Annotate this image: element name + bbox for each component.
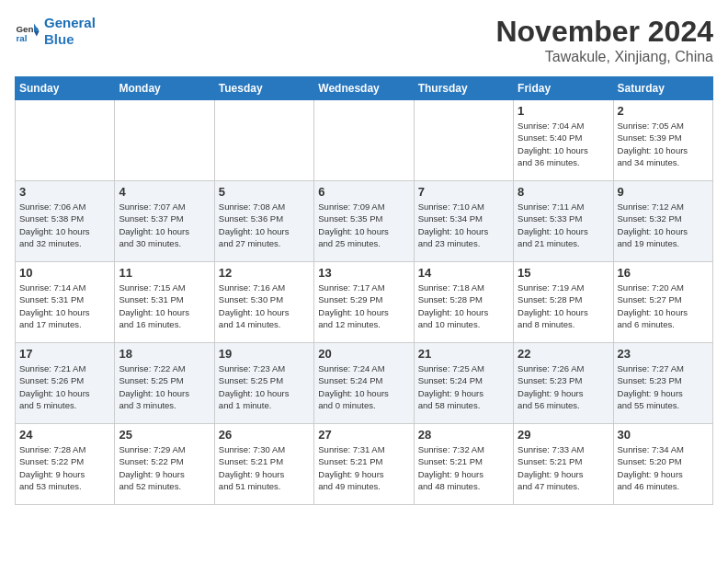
day-number: 20 bbox=[318, 347, 409, 361]
calendar-week-5: 24Sunrise: 7:28 AM Sunset: 5:22 PM Dayli… bbox=[16, 424, 713, 505]
calendar-cell: 29Sunrise: 7:33 AM Sunset: 5:21 PM Dayli… bbox=[514, 424, 613, 505]
day-number: 7 bbox=[418, 185, 509, 199]
day-info: Sunrise: 7:12 AM Sunset: 5:32 PM Dayligh… bbox=[618, 201, 709, 249]
day-info: Sunrise: 7:04 AM Sunset: 5:40 PM Dayligh… bbox=[518, 120, 609, 168]
calendar-cell: 20Sunrise: 7:24 AM Sunset: 5:24 PM Dayli… bbox=[314, 343, 414, 424]
calendar-cell: 15Sunrise: 7:19 AM Sunset: 5:28 PM Dayli… bbox=[514, 262, 613, 343]
calendar-week-4: 17Sunrise: 7:21 AM Sunset: 5:26 PM Dayli… bbox=[16, 343, 713, 424]
calendar-cell: 24Sunrise: 7:28 AM Sunset: 5:22 PM Dayli… bbox=[16, 424, 115, 505]
calendar-week-1: 1Sunrise: 7:04 AM Sunset: 5:40 PM Daylig… bbox=[16, 100, 713, 181]
day-info: Sunrise: 7:32 AM Sunset: 5:21 PM Dayligh… bbox=[418, 443, 509, 492]
day-number: 9 bbox=[618, 185, 709, 199]
calendar-header-saturday: Saturday bbox=[613, 77, 712, 100]
day-number: 28 bbox=[418, 428, 509, 442]
day-info: Sunrise: 7:25 AM Sunset: 5:24 PM Dayligh… bbox=[418, 362, 509, 411]
day-number: 26 bbox=[219, 428, 310, 442]
day-info: Sunrise: 7:09 AM Sunset: 5:35 PM Dayligh… bbox=[318, 201, 409, 249]
calendar-cell: 25Sunrise: 7:29 AM Sunset: 5:22 PM Dayli… bbox=[115, 424, 214, 505]
day-number: 24 bbox=[19, 428, 110, 442]
calendar-cell: 9Sunrise: 7:12 AM Sunset: 5:32 PM Daylig… bbox=[613, 181, 712, 262]
day-number: 6 bbox=[318, 185, 409, 199]
calendar-cell: 18Sunrise: 7:22 AM Sunset: 5:25 PM Dayli… bbox=[115, 343, 214, 424]
calendar-cell: 6Sunrise: 7:09 AM Sunset: 5:35 PM Daylig… bbox=[314, 181, 414, 262]
calendar-week-3: 10Sunrise: 7:14 AM Sunset: 5:31 PM Dayli… bbox=[16, 262, 713, 343]
day-info: Sunrise: 7:21 AM Sunset: 5:26 PM Dayligh… bbox=[19, 362, 110, 411]
calendar-cell bbox=[414, 100, 513, 181]
calendar-cell: 17Sunrise: 7:21 AM Sunset: 5:26 PM Dayli… bbox=[16, 343, 115, 424]
calendar-cell: 27Sunrise: 7:31 AM Sunset: 5:21 PM Dayli… bbox=[314, 424, 414, 505]
calendar-cell: 11Sunrise: 7:15 AM Sunset: 5:31 PM Dayli… bbox=[115, 262, 214, 343]
calendar-header-friday: Friday bbox=[514, 77, 613, 100]
calendar-table: SundayMondayTuesdayWednesdayThursdayFrid… bbox=[15, 76, 713, 505]
day-number: 3 bbox=[19, 185, 110, 199]
day-number: 4 bbox=[119, 185, 210, 199]
day-number: 18 bbox=[119, 347, 210, 361]
calendar-cell: 12Sunrise: 7:16 AM Sunset: 5:30 PM Dayli… bbox=[214, 262, 313, 343]
calendar-cell: 1Sunrise: 7:04 AM Sunset: 5:40 PM Daylig… bbox=[514, 100, 613, 181]
calendar-cell: 10Sunrise: 7:14 AM Sunset: 5:31 PM Dayli… bbox=[16, 262, 115, 343]
calendar-cell: 13Sunrise: 7:17 AM Sunset: 5:29 PM Dayli… bbox=[314, 262, 414, 343]
calendar-cell: 28Sunrise: 7:32 AM Sunset: 5:21 PM Dayli… bbox=[414, 424, 513, 505]
calendar-cell: 4Sunrise: 7:07 AM Sunset: 5:37 PM Daylig… bbox=[115, 181, 214, 262]
day-number: 17 bbox=[19, 347, 110, 361]
day-number: 2 bbox=[618, 104, 709, 118]
month-title: November 2024 bbox=[495, 15, 713, 49]
day-number: 14 bbox=[418, 266, 509, 280]
calendar-cell: 19Sunrise: 7:23 AM Sunset: 5:25 PM Dayli… bbox=[214, 343, 313, 424]
day-number: 1 bbox=[518, 104, 609, 118]
day-info: Sunrise: 7:34 AM Sunset: 5:20 PM Dayligh… bbox=[618, 443, 709, 492]
calendar-header-wednesday: Wednesday bbox=[314, 77, 414, 100]
day-info: Sunrise: 7:22 AM Sunset: 5:25 PM Dayligh… bbox=[119, 362, 210, 411]
day-info: Sunrise: 7:19 AM Sunset: 5:28 PM Dayligh… bbox=[518, 282, 609, 330]
day-info: Sunrise: 7:24 AM Sunset: 5:24 PM Dayligh… bbox=[318, 362, 409, 411]
day-info: Sunrise: 7:10 AM Sunset: 5:34 PM Dayligh… bbox=[418, 201, 509, 249]
day-info: Sunrise: 7:18 AM Sunset: 5:28 PM Dayligh… bbox=[418, 282, 509, 330]
page-header: Gene ral General Blue November 2024 Tawa… bbox=[15, 15, 713, 65]
day-number: 25 bbox=[119, 428, 210, 442]
calendar-cell bbox=[115, 100, 214, 181]
calendar-cell: 2Sunrise: 7:05 AM Sunset: 5:39 PM Daylig… bbox=[613, 100, 712, 181]
day-number: 23 bbox=[618, 347, 709, 361]
calendar-cell: 23Sunrise: 7:27 AM Sunset: 5:23 PM Dayli… bbox=[613, 343, 712, 424]
calendar-cell: 7Sunrise: 7:10 AM Sunset: 5:34 PM Daylig… bbox=[414, 181, 513, 262]
day-number: 22 bbox=[518, 347, 609, 361]
calendar-header-sunday: Sunday bbox=[16, 77, 115, 100]
day-info: Sunrise: 7:06 AM Sunset: 5:38 PM Dayligh… bbox=[19, 201, 110, 249]
logo: Gene ral General Blue bbox=[15, 15, 96, 48]
day-info: Sunrise: 7:07 AM Sunset: 5:37 PM Dayligh… bbox=[119, 201, 210, 249]
day-number: 5 bbox=[219, 185, 310, 199]
logo-line1: General bbox=[44, 15, 96, 31]
calendar-cell: 8Sunrise: 7:11 AM Sunset: 5:33 PM Daylig… bbox=[514, 181, 613, 262]
day-info: Sunrise: 7:26 AM Sunset: 5:23 PM Dayligh… bbox=[518, 362, 609, 411]
day-number: 27 bbox=[318, 428, 409, 442]
day-number: 13 bbox=[318, 266, 409, 280]
calendar-cell: 21Sunrise: 7:25 AM Sunset: 5:24 PM Dayli… bbox=[414, 343, 513, 424]
day-info: Sunrise: 7:28 AM Sunset: 5:22 PM Dayligh… bbox=[19, 443, 110, 492]
day-info: Sunrise: 7:33 AM Sunset: 5:21 PM Dayligh… bbox=[518, 443, 609, 492]
day-info: Sunrise: 7:29 AM Sunset: 5:22 PM Dayligh… bbox=[119, 443, 210, 492]
title-block: November 2024 Tawakule, Xinjiang, China bbox=[495, 15, 713, 65]
calendar-cell: 26Sunrise: 7:30 AM Sunset: 5:21 PM Dayli… bbox=[214, 424, 313, 505]
day-number: 16 bbox=[618, 266, 709, 280]
calendar-week-2: 3Sunrise: 7:06 AM Sunset: 5:38 PM Daylig… bbox=[16, 181, 713, 262]
calendar-cell: 30Sunrise: 7:34 AM Sunset: 5:20 PM Dayli… bbox=[613, 424, 712, 505]
day-number: 15 bbox=[518, 266, 609, 280]
day-info: Sunrise: 7:27 AM Sunset: 5:23 PM Dayligh… bbox=[618, 362, 709, 411]
calendar-cell bbox=[214, 100, 313, 181]
calendar-cell bbox=[314, 100, 414, 181]
day-number: 11 bbox=[119, 266, 210, 280]
day-number: 19 bbox=[219, 347, 310, 361]
day-info: Sunrise: 7:16 AM Sunset: 5:30 PM Dayligh… bbox=[219, 282, 310, 330]
calendar-cell: 14Sunrise: 7:18 AM Sunset: 5:28 PM Dayli… bbox=[414, 262, 513, 343]
calendar-cell: 16Sunrise: 7:20 AM Sunset: 5:27 PM Dayli… bbox=[613, 262, 712, 343]
day-info: Sunrise: 7:14 AM Sunset: 5:31 PM Dayligh… bbox=[19, 282, 110, 330]
day-info: Sunrise: 7:20 AM Sunset: 5:27 PM Dayligh… bbox=[618, 282, 709, 330]
day-info: Sunrise: 7:05 AM Sunset: 5:39 PM Dayligh… bbox=[618, 120, 709, 168]
day-info: Sunrise: 7:15 AM Sunset: 5:31 PM Dayligh… bbox=[119, 282, 210, 330]
calendar-header-row: SundayMondayTuesdayWednesdayThursdayFrid… bbox=[16, 77, 713, 100]
calendar-cell: 5Sunrise: 7:08 AM Sunset: 5:36 PM Daylig… bbox=[214, 181, 313, 262]
day-info: Sunrise: 7:23 AM Sunset: 5:25 PM Dayligh… bbox=[219, 362, 310, 411]
svg-text:ral: ral bbox=[16, 33, 27, 43]
day-info: Sunrise: 7:31 AM Sunset: 5:21 PM Dayligh… bbox=[318, 443, 409, 492]
day-number: 8 bbox=[518, 185, 609, 199]
